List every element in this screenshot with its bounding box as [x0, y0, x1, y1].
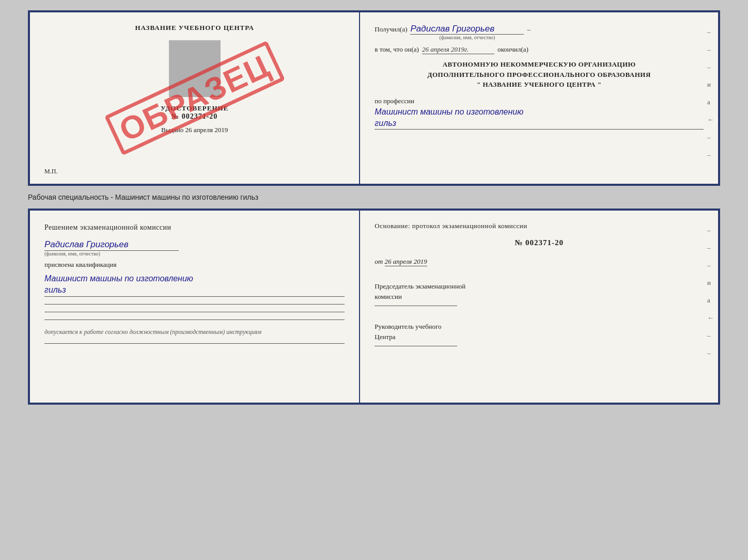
cert-profession-value: Машинист машины по изготовлению гильз — [375, 106, 704, 130]
cert-dash-separator: – — [527, 25, 531, 34]
cert-vydano-prefix: Выдано — [161, 126, 183, 134]
qual-predsed-block: Председатель экзаменационной комиссии — [375, 281, 704, 310]
qual-reshen-title: Решением экзаменационной комиссии — [44, 222, 345, 233]
qual-line3 — [44, 319, 345, 320]
qual-ot-date: 26 апреля 2019 — [385, 258, 427, 266]
qual-line1 — [44, 304, 345, 305]
qual-predsed-line1: Председатель экзаменационной — [375, 281, 704, 292]
qual-rukov-sign-line — [375, 346, 457, 346]
qual-left-panel: Решением экзаменационной комиссии Радисл… — [30, 211, 360, 403]
cert-org-line1: АВТОНОМНУЮ НЕКОММЕРЧЕСКУЮ ОРГАНИЗАЦИЮ — [375, 59, 704, 70]
cert-profession-line2: гильз — [375, 119, 396, 127]
qual-right-panel: Основание: протокол экзаменационной коми… — [360, 211, 718, 403]
qual-ot-prefix: от — [375, 258, 383, 265]
cert-right-dashes: – – – и а ← – – — [707, 28, 714, 159]
document-wrapper: НАЗВАНИЕ УЧЕБНОГО ЦЕНТРА УДОСТОВЕРЕНИЕ №… — [28, 10, 720, 405]
cert-school-title: НАЗВАНИЕ УЧЕБНОГО ЦЕНТРА — [135, 24, 254, 32]
qual-osnov-label: Основание: протокол экзаменационной коми… — [375, 222, 704, 230]
cert-vtom-row: в том, что он(а) 26 апреля 2019г. окончи… — [375, 45, 704, 54]
cert-right-panel: Получил(а) Радислав Григорьев (фамилия, … — [360, 12, 718, 184]
cert-poluchil-row: Получил(а) Радислав Григорьев (фамилия, … — [375, 24, 704, 40]
qual-rukov-line2: Центра — [375, 332, 704, 342]
qual-profession-line1: Машинист машины по изготовлению — [44, 274, 193, 283]
cert-vtom-label: в том, что он(а) — [375, 45, 419, 54]
certificate-document: НАЗВАНИЕ УЧЕБНОГО ЦЕНТРА УДОСТОВЕРЕНИЕ №… — [28, 10, 720, 186]
qual-rukov-line1: Руководитель учебного — [375, 322, 704, 332]
qual-line4 — [44, 343, 345, 344]
qual-predsed-line2: комиссии — [375, 292, 704, 302]
cert-poluchil-sublabel: (фамилия, имя, отчество) — [440, 35, 495, 40]
qual-name-sublabel: (фамилия, имя, отчество) — [44, 251, 100, 257]
qualification-document: Решением экзаменационной комиссии Радисл… — [28, 209, 720, 405]
qual-right-number: № 002371-20 — [375, 238, 704, 247]
qual-right-dashes: – – – и а ← – – — [707, 226, 714, 357]
qual-line2 — [44, 312, 345, 312]
qual-profession-line2: гильз — [44, 285, 66, 294]
cert-org-line3: " НАЗВАНИЕ УЧЕБНОГО ЦЕНТРА " — [375, 79, 704, 90]
cert-udost-label: УДОСТОВЕРЕНИЕ — [161, 104, 228, 113]
qual-name-value: Радислав Григорьев — [44, 239, 179, 251]
cert-poluchil-label: Получил(а) — [375, 25, 407, 34]
qual-profession-value: Машинист машины по изготовлению гильз — [44, 273, 345, 297]
cert-mp: М.П. — [44, 163, 57, 175]
cert-photo-placeholder — [169, 40, 221, 97]
cert-vydano-date: 26 апреля 2019 — [185, 126, 228, 134]
cert-okonchill-label: окончил(а) — [497, 45, 528, 54]
cert-left-panel: НАЗВАНИЕ УЧЕБНОГО ЦЕНТРА УДОСТОВЕРЕНИЕ №… — [30, 12, 360, 184]
cert-vtom-date: 26 апреля 2019г. — [422, 45, 494, 54]
qual-rukov-block: Руководитель учебного Центра — [375, 322, 704, 350]
cert-po-professii-label: по профессии — [375, 97, 704, 105]
cert-profession-line1: Машинист машины по изготовлению — [375, 107, 523, 116]
cert-org-line2: ДОПОЛНИТЕЛЬНОГО ПРОФЕССИОНАЛЬНОГО ОБРАЗО… — [375, 70, 704, 80]
cert-vydano: Выдано 26 апреля 2019 — [161, 126, 228, 134]
qual-assigned-label: присвоена квалификация — [44, 261, 345, 269]
doc-specialty-label: Рабочая специальность - Машинист машины … — [28, 191, 720, 203]
cert-org-block: АВТОНОМНУЮ НЕКОММЕРЧЕСКУЮ ОРГАНИЗАЦИЮ ДО… — [375, 59, 704, 90]
qual-right-date: от 26 апреля 2019 — [375, 258, 704, 266]
cert-poluchil-value: Радислав Григорьев — [410, 24, 524, 35]
cert-number: № 002371-20 — [172, 113, 217, 121]
qual-dopusk-label: допускается к работе согласно должностны… — [44, 328, 345, 336]
qual-predsed-sign-line — [375, 306, 457, 306]
cert-prof-block: по профессии Машинист машины по изготовл… — [375, 97, 704, 130]
